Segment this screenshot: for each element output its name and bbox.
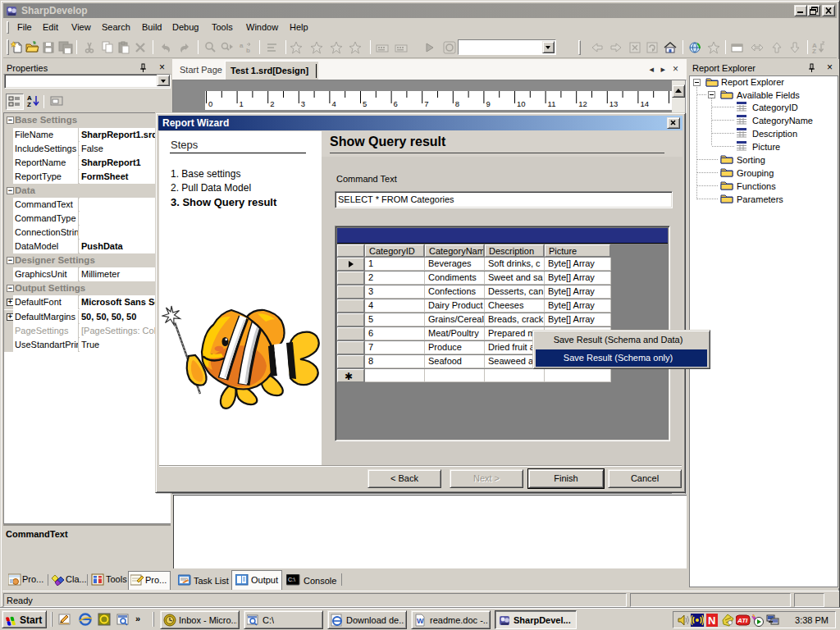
svg-text:1: 1 bbox=[240, 99, 244, 108]
svg-text:ATI: ATI bbox=[737, 617, 748, 624]
svg-text:6: 6 bbox=[394, 99, 398, 108]
svg-text:10: 10 bbox=[517, 99, 526, 108]
svg-text:0: 0 bbox=[208, 99, 212, 108]
svg-text:✱: ✱ bbox=[345, 371, 353, 381]
svg-text:8: 8 bbox=[455, 99, 459, 108]
svg-text:3: 3 bbox=[301, 99, 305, 108]
svg-text:13: 13 bbox=[609, 99, 619, 108]
svg-text:14: 14 bbox=[640, 99, 649, 108]
svg-text:Z: Z bbox=[812, 48, 816, 54]
svg-text:7: 7 bbox=[424, 99, 428, 108]
svg-text:2: 2 bbox=[270, 99, 274, 108]
svg-text:b: b bbox=[246, 47, 250, 54]
svg-text:Z: Z bbox=[27, 101, 31, 108]
svg-text:W: W bbox=[417, 617, 424, 625]
svg-text:5: 5 bbox=[363, 99, 367, 108]
svg-text:C:\: C:\ bbox=[288, 577, 295, 582]
svg-text:9: 9 bbox=[486, 99, 490, 108]
svg-text:11: 11 bbox=[548, 99, 556, 108]
svg-text:4: 4 bbox=[331, 99, 336, 108]
svg-text:12: 12 bbox=[578, 99, 587, 108]
svg-text:a: a bbox=[240, 42, 244, 49]
svg-text:N: N bbox=[708, 614, 715, 627]
